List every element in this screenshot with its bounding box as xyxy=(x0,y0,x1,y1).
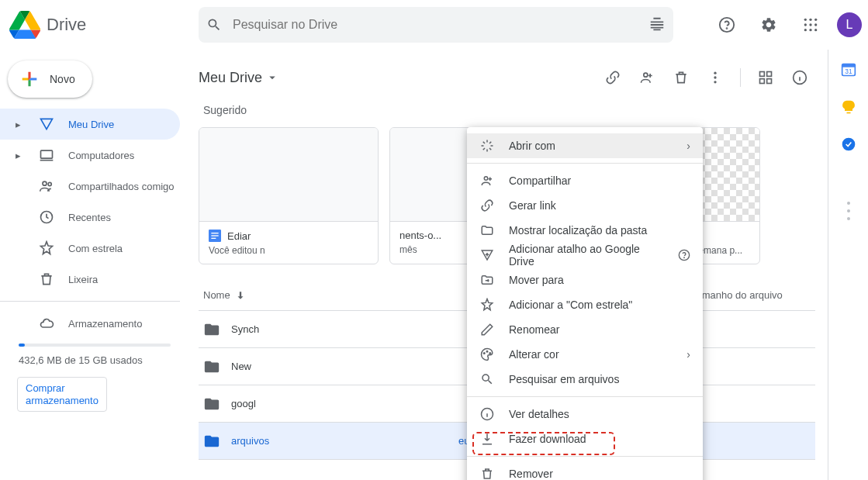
context-menu-label: Gerar link xyxy=(509,199,690,212)
context-menu-item[interactable]: Mostrar localização da pasta xyxy=(467,218,703,243)
context-menu-label: Compartilhar xyxy=(509,174,690,187)
sidebar-item-label: Meu Drive xyxy=(68,119,114,130)
app-name: Drive xyxy=(47,15,86,35)
breadcrumb[interactable]: Meu Drive xyxy=(199,70,279,86)
svg-point-32 xyxy=(484,353,486,354)
svg-point-3 xyxy=(809,19,811,21)
sidebar-item-label: Armazenamento xyxy=(68,318,142,330)
context-menu-item[interactable]: Mover para xyxy=(467,268,703,292)
help-icon xyxy=(678,249,690,261)
tasks-app-icon[interactable] xyxy=(841,136,856,152)
svg-rect-19 xyxy=(760,72,765,77)
search-bar[interactable] xyxy=(199,7,673,43)
side-panel: 31 xyxy=(828,50,868,480)
plus-icon xyxy=(19,68,40,90)
svg-rect-22 xyxy=(767,79,772,84)
svg-point-34 xyxy=(489,353,491,354)
context-menu-item[interactable]: Adicionar a "Com estrela" xyxy=(467,292,703,317)
sidebar-item-shared[interactable]: Compartilhados comigo xyxy=(0,171,180,202)
context-menu-item[interactable]: Remover xyxy=(467,461,703,480)
svg-point-18 xyxy=(714,81,716,83)
context-menu-label: Remover xyxy=(509,468,690,480)
search-icon xyxy=(206,17,222,33)
settings-button[interactable] xyxy=(753,9,784,40)
sidebar-item-trash[interactable]: Lixeira xyxy=(0,264,180,295)
svg-point-17 xyxy=(714,76,716,78)
context-menu-item[interactable]: Abrir com› xyxy=(467,133,703,158)
context-menu-item[interactable]: Alterar cor› xyxy=(467,342,703,367)
svg-point-6 xyxy=(809,23,811,26)
people-icon xyxy=(39,178,54,194)
context-menu-label: Abrir com xyxy=(509,140,673,152)
svg-rect-26 xyxy=(211,235,218,236)
svg-rect-39 xyxy=(846,112,850,114)
context-menu-label: Fazer download xyxy=(509,433,690,445)
support-button[interactable] xyxy=(711,9,742,40)
context-menu-label: Pesquisar em arquivos xyxy=(509,373,690,385)
chevron-right-icon: › xyxy=(686,348,690,361)
context-menu-item[interactable]: Ver detalhes xyxy=(467,402,703,426)
sidebar-item-starred[interactable]: Com estrela xyxy=(0,233,180,264)
context-menu-label: Mover para xyxy=(509,274,690,286)
apps-button[interactable] xyxy=(795,9,826,40)
context-menu-item[interactable]: Compartilhar xyxy=(467,168,703,193)
context-menu-item[interactable]: Pesquisar em arquivos xyxy=(467,367,703,392)
svg-point-9 xyxy=(809,29,811,31)
sidebar-item-label: Computadores xyxy=(68,150,134,161)
sidebar-item-label: Com estrela xyxy=(68,243,123,254)
new-button-label: Novo xyxy=(50,73,75,85)
buy-storage-button[interactable]: Comprar armazenamento xyxy=(17,377,107,412)
svg-point-8 xyxy=(804,29,807,31)
svg-rect-11 xyxy=(41,150,53,158)
context-menu-label: Adicionar a "Com estrela" xyxy=(509,299,690,311)
svg-point-10 xyxy=(814,29,817,31)
svg-point-5 xyxy=(804,23,807,26)
get-link-button[interactable] xyxy=(597,62,628,93)
context-menu-item[interactable]: Adicionar atalho ao Google Drive xyxy=(467,243,703,268)
svg-point-13 xyxy=(48,182,51,185)
drive-folder-icon xyxy=(39,116,54,132)
svg-text:31: 31 xyxy=(845,67,852,75)
svg-point-15 xyxy=(644,73,648,77)
context-menu-item[interactable]: Gerar link xyxy=(467,193,703,218)
docs-icon xyxy=(209,230,221,242)
more-apps-icon[interactable] xyxy=(847,202,850,220)
chevron-right-icon: ▸ xyxy=(16,150,25,161)
sidebar-item-my-drive[interactable]: ▸ Meu Drive xyxy=(0,109,180,140)
grid-view-button[interactable] xyxy=(750,62,781,93)
search-options-icon[interactable] xyxy=(648,16,666,33)
share-button[interactable] xyxy=(631,62,662,93)
svg-point-40 xyxy=(842,138,855,151)
context-menu-label: Adicionar atalho ao Google Drive xyxy=(509,243,664,268)
svg-point-2 xyxy=(804,19,807,21)
sidebar-item-label: Compartilhados comigo xyxy=(68,181,175,192)
search-input[interactable] xyxy=(233,18,638,32)
cloud-icon xyxy=(39,316,54,331)
new-button[interactable]: Novo xyxy=(8,60,92,98)
context-menu-item[interactable]: Fazer download xyxy=(467,426,703,451)
context-menu: Abrir com›CompartilharGerar linkMostrar … xyxy=(467,127,703,480)
more-actions-button[interactable] xyxy=(700,62,731,93)
svg-rect-21 xyxy=(760,79,765,84)
suggested-card[interactable]: Ediar Você editou n xyxy=(199,127,379,264)
storage-usage: 432,6 MB de 15 GB usados xyxy=(0,351,189,374)
context-menu-label: Alterar cor xyxy=(509,348,673,361)
svg-point-1 xyxy=(727,28,728,29)
delete-button[interactable] xyxy=(666,62,697,93)
context-menu-label: Renomear xyxy=(509,323,690,336)
sidebar-item-computers[interactable]: ▸ Computadores xyxy=(0,140,180,171)
avatar[interactable]: L xyxy=(837,12,862,37)
logo-area[interactable]: Drive xyxy=(9,9,199,40)
column-size[interactable]: Tamanho do arquivo xyxy=(691,289,815,301)
context-menu-item[interactable]: Renomear xyxy=(467,317,703,342)
keep-app-icon[interactable] xyxy=(841,99,856,115)
star-icon xyxy=(39,240,54,256)
svg-rect-25 xyxy=(211,233,218,233)
chevron-down-icon xyxy=(265,71,279,85)
calendar-app-icon[interactable]: 31 xyxy=(841,62,856,78)
details-button[interactable] xyxy=(784,62,815,93)
context-menu-label: Mostrar localização da pasta xyxy=(509,224,690,237)
sidebar-item-storage[interactable]: Armazenamento xyxy=(0,308,180,339)
sidebar-item-recent[interactable]: Recentes xyxy=(0,202,180,233)
column-name[interactable]: Nome xyxy=(199,289,458,301)
